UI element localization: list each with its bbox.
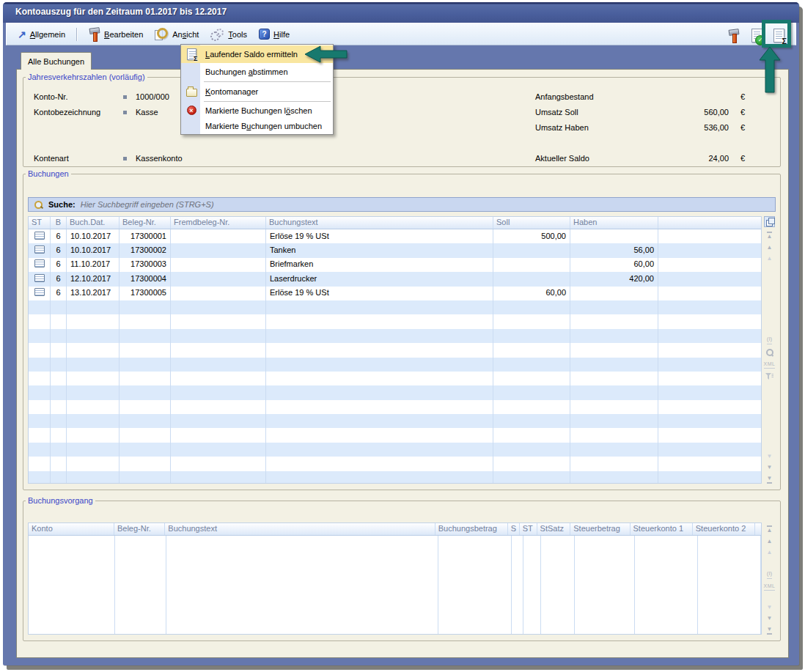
cell-fremd <box>171 428 266 442</box>
booking-row[interactable]: 613.10.201717300005Erlöse 19 % USt60,00 <box>29 287 761 300</box>
empty-row[interactable] <box>29 385 761 399</box>
count-icon[interactable]: (I) <box>767 570 773 579</box>
booking-row[interactable]: 612.10.201717300004Laserdrucker420,00 <box>29 272 761 286</box>
field-label: Aktueller Saldo <box>535 154 647 163</box>
column-header-buchungstext[interactable]: Buchungstext <box>266 217 493 229</box>
cell-fremd <box>171 329 266 343</box>
empty-row[interactable] <box>29 457 761 470</box>
scroll-down-icon[interactable]: ▼ <box>767 616 773 621</box>
scroll-to-top-icon[interactable]: ▲ <box>767 232 773 240</box>
column-header-haben[interactable]: Haben <box>570 217 658 229</box>
summary-row: Umsatz Haben536,00€ <box>535 123 745 132</box>
cell-soll <box>493 314 570 328</box>
column-header-buchungstext[interactable]: Buchungstext <box>165 523 435 535</box>
cell-filler <box>658 400 761 414</box>
empty-row[interactable] <box>29 358 761 372</box>
menu-bearbeiten[interactable]: Bearbeiten <box>84 26 147 43</box>
column-header-buchungsbetrag[interactable]: Buchungsbetrag <box>435 523 508 535</box>
cell-b <box>51 358 67 372</box>
column-header-belegnr[interactable]: Beleg-Nr. <box>114 523 165 535</box>
menu-allgemein[interactable]: ↗ Allgemein <box>14 28 69 41</box>
cell-soll <box>493 471 570 483</box>
column-header-steuerkonto1[interactable]: Steuerkonto 1 <box>631 523 693 535</box>
count-icon[interactable]: (I) <box>767 336 773 344</box>
cell-haben <box>570 400 658 414</box>
currency-symbol: € <box>729 108 745 117</box>
menu-ansicht[interactable]: Ansicht <box>151 26 202 42</box>
empty-row[interactable] <box>29 372 761 385</box>
empty-row[interactable] <box>29 300 761 314</box>
cell-filler <box>658 243 761 257</box>
column-header-soll[interactable]: Soll <box>493 217 570 229</box>
cell-b <box>51 300 67 314</box>
cell-haben <box>570 329 658 343</box>
grid-search-icon[interactable] <box>765 349 773 357</box>
scroll-up-icon[interactable]: ▲ <box>767 539 773 544</box>
column-header-st[interactable]: ST <box>520 523 537 535</box>
empty-row[interactable] <box>29 471 761 483</box>
content-panel: Jahresverkehrszahlen (vorläufig) Konto-N… <box>16 69 789 658</box>
scroll-to-top-icon[interactable]: ▲ <box>767 525 773 533</box>
column-header-steuerbetrag[interactable]: Steuerbetrag <box>570 523 630 535</box>
field-label: Konto-Nr. <box>34 92 123 101</box>
empty-row[interactable] <box>29 428 761 442</box>
scroll-down-page-icon[interactable]: ▼ <box>767 454 773 459</box>
gears-icon <box>210 29 224 40</box>
menu-item-kontomanager[interactable]: Kontomanager <box>181 83 333 100</box>
xml-export-icon[interactable]: XML <box>764 583 776 591</box>
column-header-steuerkonto2[interactable]: Steuerkonto 2 <box>693 523 755 535</box>
empty-row[interactable] <box>29 400 761 414</box>
summary-row: Aktueller Saldo24,00€ <box>535 154 745 163</box>
cell-text <box>266 428 493 442</box>
empty-row[interactable] <box>29 414 761 428</box>
toolbar-edit-button[interactable] <box>726 28 741 43</box>
scroll-up-icon[interactable]: ▲ <box>767 245 773 251</box>
column-header-konto[interactable]: Konto <box>29 523 114 535</box>
empty-row[interactable] <box>29 314 761 328</box>
empty-row[interactable] <box>29 329 761 343</box>
menu-item-buchungen-loeschen[interactable]: × Markierte Buchungen löschen <box>181 103 333 118</box>
column-header-stsatz[interactable]: StSatz <box>537 523 571 535</box>
cell-st <box>29 428 51 442</box>
xml-export-icon[interactable]: XML <box>764 361 776 369</box>
scroll-down-page-icon[interactable]: ▼ <box>767 605 773 610</box>
cell-b <box>51 385 67 399</box>
menu-bar: ↗ Allgemein Bearbeiten Ansicht Tools ? H… <box>6 23 796 45</box>
booking-row[interactable]: 610.10.201717300001Erlöse 19 % USt500,00 <box>29 229 761 243</box>
scroll-up-page-icon[interactable]: ▲ <box>767 550 773 555</box>
empty-row[interactable] <box>29 443 761 457</box>
cell-date <box>67 329 120 343</box>
column-chooser-icon[interactable] <box>764 216 775 227</box>
scroll-up-page-icon[interactable]: ▲ <box>767 256 773 262</box>
menu-hilfe[interactable]: ? Hilfe <box>255 27 293 41</box>
cell-fremd <box>171 243 266 257</box>
cell-b <box>51 457 67 470</box>
column-header-b[interactable]: B <box>51 217 67 229</box>
cell-text <box>266 457 493 470</box>
hammer-tool-icon <box>727 29 740 43</box>
column-header-belegnr[interactable]: Beleg-Nr. <box>120 217 171 229</box>
cell-soll <box>493 258 570 272</box>
scroll-to-bottom-icon[interactable]: ▼ <box>767 627 773 635</box>
cell-b <box>51 428 67 442</box>
menu-tools[interactable]: Tools <box>207 27 251 42</box>
filter-icon[interactable] <box>765 373 773 380</box>
menu-separator <box>204 101 331 102</box>
column-header-fremdbelegnr[interactable]: Fremdbeleg-Nr. <box>171 217 266 229</box>
search-bar[interactable]: Suche: Hier Suchbegriff eingeben (STRG+S… <box>28 197 776 212</box>
cell-filler <box>658 385 761 399</box>
booking-row[interactable]: 610.10.201717300002Tanken56,00 <box>29 243 761 257</box>
column-header-buchdat[interactable]: Buch.Dat. <box>67 217 120 229</box>
column-header-st[interactable]: ST <box>29 217 51 229</box>
menu-item-buchungen-umbuchen[interactable]: Markierte Buchungen umbuchen <box>181 118 333 133</box>
cell-st <box>29 385 51 399</box>
scroll-to-bottom-icon[interactable]: ▼ <box>767 476 773 484</box>
column-header-s[interactable]: S <box>508 523 520 535</box>
empty-row[interactable] <box>29 343 761 357</box>
summary-row: KontenartKassenkonto <box>34 154 183 164</box>
cell-b <box>51 471 67 483</box>
scroll-down-icon[interactable]: ▼ <box>767 465 773 470</box>
field-value: Kasse <box>136 108 158 117</box>
booking-row[interactable]: 611.10.201717300003Briefmarken60,00 <box>29 258 761 272</box>
tab-alle-buchungen[interactable]: Alle Buchungen <box>21 52 92 70</box>
